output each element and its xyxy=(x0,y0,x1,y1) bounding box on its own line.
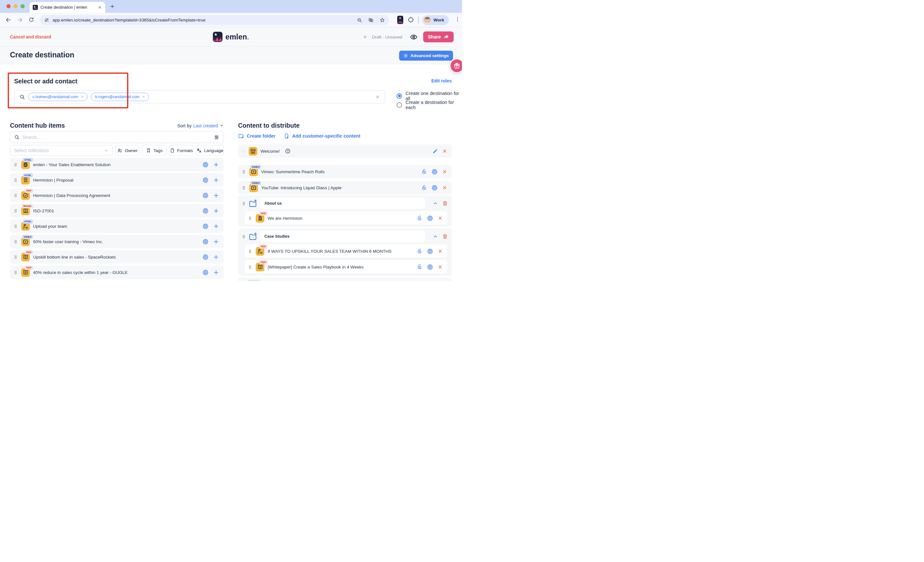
preview-icon[interactable] xyxy=(202,269,209,276)
hub-list-item[interactable]: IMAGE ISO-27001 xyxy=(10,204,224,217)
drag-handle-icon[interactable] xyxy=(241,186,246,190)
clear-contacts-icon[interactable] xyxy=(375,94,380,99)
filter-sliders-icon[interactable] xyxy=(214,134,219,140)
help-icon[interactable] xyxy=(285,148,291,154)
drag-handle-icon[interactable] xyxy=(13,178,18,183)
hub-list-item[interactable]: PDF Hermiston | Data Processing Agreemen… xyxy=(10,189,224,202)
add-item-icon[interactable] xyxy=(213,223,219,229)
preview-icon[interactable] xyxy=(202,192,209,199)
distribute-item[interactable]: VIDEO Vimeo: Summertime Peach Rolls xyxy=(238,165,452,178)
collapse-chevron-icon[interactable] xyxy=(433,234,438,239)
remove-icon[interactable] xyxy=(442,169,447,174)
drag-handle-icon[interactable] xyxy=(248,265,252,270)
unlock-icon[interactable] xyxy=(417,264,423,270)
unlock-icon[interactable] xyxy=(421,169,427,174)
add-item-icon[interactable] xyxy=(213,239,219,245)
radio-unselected-icon[interactable] xyxy=(396,102,402,108)
select-collections-dropdown[interactable]: Select collections xyxy=(10,145,112,156)
sort-by-dropdown[interactable]: Sort by Last created xyxy=(177,123,224,128)
filter-tags-button[interactable]: Tags xyxy=(142,145,166,156)
drag-handle-icon[interactable] xyxy=(248,249,252,254)
minimize-window-button[interactable] xyxy=(14,4,18,8)
close-tab-icon[interactable] xyxy=(98,5,102,10)
drag-handle-icon[interactable] xyxy=(13,208,18,213)
browser-menu-icon[interactable] xyxy=(454,16,460,22)
hub-list-item[interactable]: VIDEO 50% faster user training - Vimeo I… xyxy=(10,235,224,248)
add-item-icon[interactable] xyxy=(213,208,219,214)
drag-handle-icon[interactable] xyxy=(241,201,246,206)
hub-list-item[interactable]: PDF 40% reduce in sales cycle within 1 y… xyxy=(10,265,224,279)
preview-icon[interactable] xyxy=(427,248,434,255)
collapse-chevron-icon[interactable] xyxy=(433,201,438,206)
contact-search-input[interactable]: c.holmes@randatmail.com b.rogers@randatm… xyxy=(14,90,385,103)
hub-list-item[interactable]: HTML emlen - Your Sales Enablement Solut… xyxy=(10,158,224,171)
hidden-eye-icon[interactable] xyxy=(368,17,374,23)
site-settings-icon[interactable] xyxy=(44,17,50,23)
add-item-icon[interactable] xyxy=(213,254,219,260)
gift-promo-button[interactable] xyxy=(450,58,462,73)
drag-handle-icon[interactable] xyxy=(13,224,18,229)
reload-icon[interactable] xyxy=(28,16,34,23)
remove-contact-icon[interactable] xyxy=(81,95,84,99)
hub-search-input[interactable] xyxy=(22,135,211,140)
unlock-icon[interactable] xyxy=(421,185,427,190)
edit-pencil-icon[interactable] xyxy=(432,148,438,154)
preview-icon[interactable] xyxy=(202,161,209,168)
radio-selected-icon[interactable] xyxy=(396,93,402,99)
remove-icon[interactable] xyxy=(438,264,443,270)
distribute-item[interactable]: VIDEO YouTube: Introducing Liquid Glass … xyxy=(238,181,452,194)
zoom-icon[interactable] xyxy=(357,17,362,23)
add-item-icon[interactable] xyxy=(213,270,219,276)
add-item-icon[interactable] xyxy=(213,162,219,168)
share-button[interactable]: Share xyxy=(423,31,454,42)
contact-chip[interactable]: b.rogers@randatmail.com xyxy=(91,93,149,101)
add-item-icon[interactable] xyxy=(213,177,219,183)
contact-chip[interactable]: c.holmes@randatmail.com xyxy=(28,93,88,101)
address-bar[interactable]: app.emlen.io/create_destination?template… xyxy=(40,15,389,25)
folder-name-input[interactable]: About us xyxy=(260,198,425,209)
advanced-settings-button[interactable]: Advanced settings xyxy=(399,51,453,61)
remove-icon[interactable] xyxy=(438,216,443,221)
welcome-item[interactable]: Welcome! xyxy=(238,144,452,158)
hub-list-item[interactable]: HTML Hermiston | Proposal xyxy=(10,173,224,187)
delete-folder-icon[interactable] xyxy=(442,201,448,206)
drag-handle-icon[interactable] xyxy=(241,149,245,153)
preview-icon[interactable] xyxy=(202,238,209,245)
emlen-extension-icon[interactable] xyxy=(397,16,403,24)
folder-child-item[interactable]: PDF 9 WAYS TO UPSKILL YOUR SALES TEAM WI… xyxy=(244,244,447,258)
filter-formats-button[interactable]: Formats xyxy=(169,145,194,156)
cancel-and-discard-link[interactable]: Cancel and discard xyxy=(10,34,51,39)
drag-handle-icon[interactable] xyxy=(248,216,252,221)
browser-tab[interactable]: Create destination | emlen xyxy=(30,2,105,13)
drag-handle-icon[interactable] xyxy=(13,162,18,167)
folder-child-item[interactable]: PDF [Whitepaper] Create a Sales Playbook… xyxy=(244,260,447,274)
edit-roles-link[interactable]: Edit roles xyxy=(431,78,452,83)
delete-folder-icon[interactable] xyxy=(442,234,448,239)
filter-language-button[interactable]: Language xyxy=(196,145,224,156)
add-item-icon[interactable] xyxy=(213,192,219,199)
drag-handle-icon[interactable] xyxy=(241,234,246,239)
filter-owner-button[interactable]: Owner xyxy=(115,145,140,156)
create-folder-button[interactable]: Create folder xyxy=(238,133,275,139)
remove-contact-icon[interactable] xyxy=(142,95,146,99)
radio-destination-each[interactable]: Create a destination for each xyxy=(396,100,462,110)
preview-icon[interactable] xyxy=(202,223,209,230)
remove-icon[interactable] xyxy=(442,148,447,154)
preview-icon[interactable] xyxy=(427,264,434,270)
bookmark-star-icon[interactable] xyxy=(380,17,385,23)
hub-list-item[interactable]: PDF Upskill bottom line in sales - Space… xyxy=(10,250,224,264)
browser-profile[interactable]: Work xyxy=(422,15,449,25)
new-tab-button[interactable] xyxy=(110,4,115,9)
drag-handle-icon[interactable] xyxy=(13,270,18,275)
forward-icon[interactable] xyxy=(16,16,23,23)
folder-name-input[interactable]: Case Studies xyxy=(260,231,425,242)
preview-icon[interactable] xyxy=(202,254,209,261)
preview-icon[interactable] xyxy=(202,177,209,183)
folder-child-item[interactable]: PDF We are Hermiston xyxy=(244,211,447,225)
close-window-button[interactable] xyxy=(6,4,10,8)
back-icon[interactable] xyxy=(5,16,12,23)
preview-icon[interactable] xyxy=(431,184,438,191)
hub-search-box[interactable] xyxy=(10,131,224,143)
hub-list-item[interactable]: HTML Upload your team xyxy=(10,219,224,233)
drag-handle-icon[interactable] xyxy=(13,193,18,198)
